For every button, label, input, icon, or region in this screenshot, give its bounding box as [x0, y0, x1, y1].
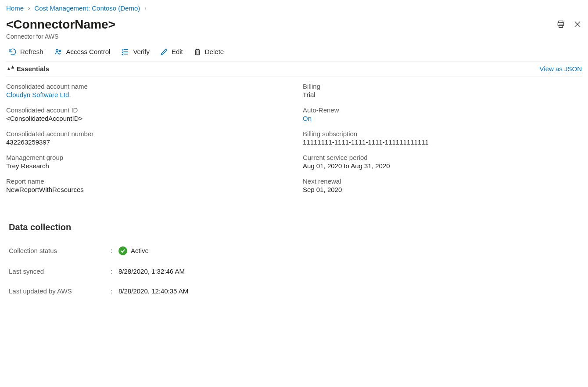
refresh-icon: [9, 48, 17, 56]
essentials-property: Auto-RenewOn: [303, 106, 582, 122]
property-value[interactable]: Cloudyn Software Ltd.: [6, 90, 285, 98]
breadcrumb-home[interactable]: Home: [6, 4, 24, 12]
essentials-property: Current service periodAug 01, 2020 to Au…: [303, 154, 582, 170]
delete-label: Delete: [205, 48, 224, 55]
breadcrumb-cost-management[interactable]: Cost Management: Contoso (Demo): [34, 4, 140, 12]
essentials-property: BillingTrial: [303, 83, 582, 98]
property-label: Consolidated account number: [6, 130, 285, 137]
chevron-right-icon: ›: [28, 5, 30, 11]
property-label: Management group: [6, 154, 285, 161]
essentials-property: Consolidated account number432263259397: [6, 130, 285, 146]
svg-point-6: [59, 50, 61, 52]
checklist-icon: [121, 48, 129, 56]
property-label: Billing: [303, 83, 582, 90]
property-value: NewReportWithResources: [6, 185, 285, 193]
essentials-col-right: BillingTrialAuto-RenewOnBilling subscrip…: [303, 83, 582, 201]
property-label: Current service period: [303, 154, 582, 161]
property-label: Consolidated account ID: [6, 106, 285, 114]
essentials-property: Management groupTrey Research: [6, 154, 285, 170]
page-subtitle: Connector for AWS: [6, 32, 556, 40]
essentials-grid: Consolidated account nameCloudyn Softwar…: [6, 76, 582, 205]
last-synced-row: Last synced : 8/28/2020, 1:32:46 AM: [6, 261, 582, 281]
view-as-json-link[interactable]: View as JSON: [540, 65, 582, 72]
svg-rect-10: [195, 50, 199, 54]
breadcrumb: Home › Cost Management: Contoso (Demo) ›: [6, 0, 582, 14]
property-label: Report name: [6, 177, 285, 185]
essentials-property: Report nameNewReportWithResources: [6, 177, 285, 193]
svg-point-5: [56, 49, 58, 51]
property-value: Trey Research: [6, 161, 285, 170]
data-collection-heading: Data collection: [6, 205, 582, 240]
edit-label: Edit: [172, 48, 183, 55]
essentials-property: Consolidated account nameCloudyn Softwar…: [6, 83, 285, 98]
status-active-icon: [118, 246, 127, 255]
trash-icon: [194, 48, 201, 56]
last-updated-value: 8/28/2020, 12:40:35 AM: [118, 287, 188, 295]
last-updated-row: Last updated by AWS : 8/28/2020, 12:40:3…: [6, 281, 582, 301]
refresh-button[interactable]: Refresh: [9, 48, 43, 56]
last-synced-label: Last synced: [9, 268, 111, 275]
command-bar: Refresh Access Control Verify Edit Delet…: [6, 40, 582, 61]
access-control-label: Access Control: [66, 48, 111, 55]
delete-button[interactable]: Delete: [194, 48, 224, 56]
collection-status-row: Collection status : Active: [6, 240, 582, 261]
essentials-property: Billing subscription11111111-1111-1111-1…: [303, 130, 582, 146]
print-icon[interactable]: [556, 20, 565, 29]
page-header: <ConnectorName> Connector for AWS: [6, 14, 582, 40]
property-value: 432263259397: [6, 137, 285, 146]
people-icon: [54, 48, 63, 56]
close-icon[interactable]: [573, 20, 582, 29]
chevron-up-icon: ▲▲: [6, 65, 14, 72]
essentials-header: ▲▲ Essentials View as JSON: [6, 61, 582, 76]
verify-label: Verify: [133, 48, 150, 55]
essentials-property: Consolidated account ID<ConsolidatedAcco…: [6, 106, 285, 122]
property-label: Consolidated account name: [6, 83, 285, 90]
chevron-right-icon: ›: [144, 5, 146, 11]
essentials-property: Next renewalSep 01, 2020: [303, 177, 582, 193]
property-value: 11111111-1111-1111-1111-111111111111: [303, 137, 582, 146]
property-label: Next renewal: [303, 177, 582, 185]
property-value[interactable]: On: [303, 114, 582, 122]
essentials-label: Essentials: [17, 65, 49, 72]
property-value: Trial: [303, 90, 582, 98]
essentials-toggle[interactable]: ▲▲ Essentials: [6, 65, 49, 72]
refresh-label: Refresh: [20, 48, 43, 55]
verify-button[interactable]: Verify: [121, 48, 150, 56]
property-value: Sep 01, 2020: [303, 185, 582, 193]
access-control-button[interactable]: Access Control: [54, 48, 111, 56]
property-label: Billing subscription: [303, 130, 582, 137]
collection-status-value: Active: [118, 246, 149, 255]
svg-rect-2: [559, 25, 563, 28]
essentials-col-left: Consolidated account nameCloudyn Softwar…: [6, 83, 285, 201]
property-value: Aug 01, 2020 to Aug 31, 2020: [303, 161, 582, 170]
last-synced-value: 8/28/2020, 1:32:46 AM: [118, 268, 185, 275]
property-value: <ConsolidatedAccountID>: [6, 114, 285, 122]
property-label: Auto-Renew: [303, 106, 582, 114]
last-updated-label: Last updated by AWS: [9, 287, 111, 295]
edit-button[interactable]: Edit: [160, 48, 183, 56]
page-title: <ConnectorName>: [6, 17, 556, 32]
collection-status-label: Collection status: [9, 247, 111, 254]
pencil-icon: [160, 48, 168, 56]
